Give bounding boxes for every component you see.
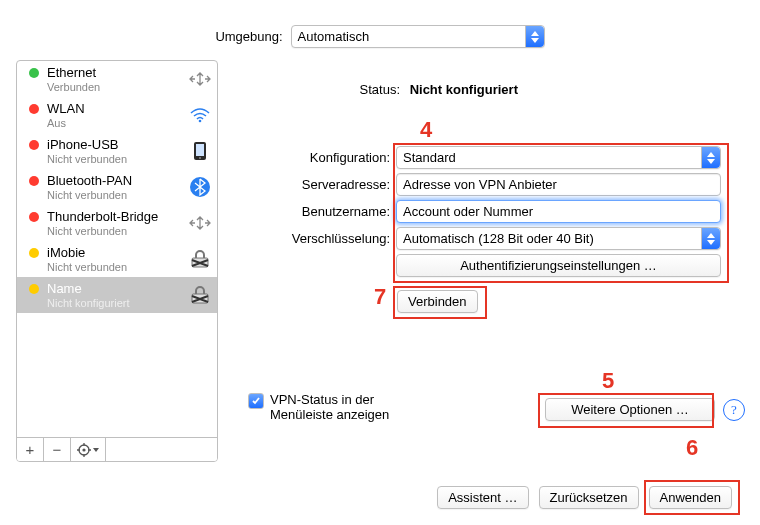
svg-point-8 (82, 448, 85, 451)
gear-menu-button[interactable] (71, 438, 106, 461)
service-name: Thunderbolt-Bridge (47, 210, 187, 224)
lock-icon (187, 286, 213, 304)
encryption-select[interactable]: Automatisch (128 Bit oder 40 Bit) (396, 227, 721, 250)
encryption-select-value: Automatisch (128 Bit oder 40 Bit) (397, 231, 701, 246)
wifi-icon (187, 106, 213, 124)
annotation-number-7: 7 (374, 284, 386, 310)
bottom-button-row: Assistent … Zurücksetzen Anwenden (0, 486, 760, 509)
phone-icon (187, 141, 213, 161)
location-select[interactable]: Automatisch (291, 25, 545, 48)
service-name: Bluetooth-PAN (47, 174, 187, 188)
svg-point-0 (199, 120, 202, 123)
service-status: Nicht konfiguriert (47, 296, 187, 310)
location-select-value: Automatisch (292, 29, 525, 44)
status-dot-icon (29, 104, 39, 114)
status-dot-icon (29, 68, 39, 78)
status-label: Status: (315, 82, 400, 97)
sidebar-item-ethernet[interactable]: Ethernet Verbunden (17, 61, 217, 97)
vpn-status-checkbox[interactable] (248, 393, 264, 409)
chevrons-icon (701, 228, 720, 249)
assistant-button[interactable]: Assistent … (437, 486, 528, 509)
service-status: Nicht verbunden (47, 224, 187, 238)
bluetooth-icon (187, 177, 213, 197)
service-name: Name (47, 282, 187, 296)
service-name: iMobie (47, 246, 187, 260)
annotation-number-4: 4 (420, 117, 432, 143)
lock-icon (187, 250, 213, 268)
sidebar-item-thunderbolt-bridge[interactable]: Thunderbolt-Bridge Nicht verbunden (17, 205, 217, 241)
chevrons-icon (525, 26, 544, 47)
chevrons-icon (701, 147, 720, 168)
apply-button[interactable]: Anwenden (649, 486, 732, 509)
service-status: Verbunden (47, 80, 187, 94)
status-dot-icon (29, 176, 39, 186)
service-status: Aus (47, 116, 187, 130)
server-address-input[interactable]: Adresse von VPN Anbieter (396, 173, 721, 196)
config-select[interactable]: Standard (396, 146, 721, 169)
location-row: Umgebung: Automatisch (0, 25, 760, 48)
connect-button[interactable]: Verbinden (397, 290, 478, 313)
ethernet-icon (187, 70, 213, 88)
sidebar-item-name[interactable]: Name Nicht konfiguriert (17, 277, 217, 313)
status-dot-icon (29, 284, 39, 294)
status-dot-icon (29, 140, 39, 150)
sidebar-toolbar: + − (17, 437, 217, 461)
help-button[interactable]: ? (723, 399, 745, 421)
remove-service-button[interactable]: − (44, 438, 71, 461)
username-input[interactable]: Account oder Nummer (396, 200, 721, 223)
server-label: Serveradresse: (255, 177, 396, 192)
username-label: Benutzername: (255, 204, 396, 219)
status-dot-icon (29, 248, 39, 258)
vpn-config-form: Konfiguration: Standard Serveradresse: A… (255, 146, 721, 281)
service-status: Nicht verbunden (47, 152, 187, 166)
annotation-number-6: 6 (686, 435, 698, 461)
sidebar-item-wlan[interactable]: WLAN Aus (17, 97, 217, 133)
status-value: Nicht konfiguriert (410, 82, 518, 97)
svg-rect-2 (196, 144, 204, 156)
ethernet-icon (187, 214, 213, 232)
status-row: Status: Nicht konfiguriert (315, 82, 518, 97)
auth-settings-button[interactable]: Authentifizierungseinstellungen … (396, 254, 721, 277)
svg-point-3 (199, 157, 201, 159)
sidebar-item-imobie[interactable]: iMobie Nicht verbunden (17, 241, 217, 277)
encryption-label: Verschlüsselung: (255, 231, 396, 246)
services-sidebar: Ethernet Verbunden WLAN Aus iPhone-USB N… (16, 60, 218, 462)
annotation-number-5: 5 (602, 368, 614, 394)
status-dot-icon (29, 212, 39, 222)
add-service-button[interactable]: + (17, 438, 44, 461)
service-name: WLAN (47, 102, 187, 116)
revert-button[interactable]: Zurücksetzen (539, 486, 639, 509)
service-name: Ethernet (47, 66, 187, 80)
vpn-status-checkbox-row: VPN-Status in der Menüleiste anzeigen (248, 392, 389, 422)
sidebar-item-bluetooth-pan[interactable]: Bluetooth-PAN Nicht verbunden (17, 169, 217, 205)
vpn-status-checkbox-label: VPN-Status in der Menüleiste anzeigen (270, 392, 389, 422)
service-status: Nicht verbunden (47, 188, 187, 202)
config-label: Konfiguration: (255, 150, 396, 165)
service-status: Nicht verbunden (47, 260, 187, 274)
service-name: iPhone-USB (47, 138, 187, 152)
more-options-button[interactable]: Weitere Optionen … (545, 398, 715, 421)
config-select-value: Standard (397, 150, 701, 165)
location-label: Umgebung: (215, 29, 282, 44)
sidebar-item-iphone-usb[interactable]: iPhone-USB Nicht verbunden (17, 133, 217, 169)
